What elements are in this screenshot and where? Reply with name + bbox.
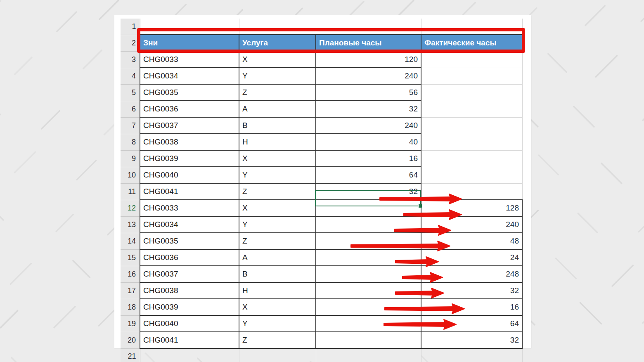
cell-zni-6[interactable]: CHG0036 bbox=[140, 101, 239, 117]
row-number-16[interactable]: 16 bbox=[121, 266, 140, 282]
cell-zni-18[interactable]: CHG0039 bbox=[140, 299, 239, 315]
row-number-19[interactable]: 19 bbox=[121, 315, 140, 332]
cell-usluga-12[interactable]: X bbox=[239, 200, 316, 216]
row-number-20[interactable]: 20 bbox=[121, 332, 140, 348]
cell-empty-row1[interactable] bbox=[140, 19, 239, 35]
cell-usluga-18[interactable]: X bbox=[239, 299, 316, 315]
cell-fact-17[interactable]: 32 bbox=[421, 282, 522, 299]
cell-plan-19[interactable] bbox=[316, 315, 421, 332]
row-number-13[interactable]: 13 bbox=[121, 216, 140, 233]
cell-usluga-10[interactable]: Y bbox=[239, 167, 316, 183]
cell-empty-row21[interactable] bbox=[239, 348, 316, 362]
cell-zni-16[interactable]: CHG0037 bbox=[140, 266, 239, 282]
cell-empty-row21[interactable] bbox=[316, 348, 421, 362]
cell-fact-5[interactable] bbox=[421, 84, 522, 101]
cell-fact-9[interactable] bbox=[421, 150, 522, 167]
row-number-14[interactable]: 14 bbox=[121, 233, 140, 249]
cell-plan-13[interactable] bbox=[316, 216, 421, 233]
cell-usluga-19[interactable]: Y bbox=[239, 315, 316, 332]
row-number-8[interactable]: 8 bbox=[121, 134, 140, 150]
cell-plan-15[interactable] bbox=[316, 249, 421, 266]
row-number-3[interactable]: 3 bbox=[121, 51, 140, 68]
row-number-6[interactable]: 6 bbox=[121, 101, 140, 117]
cell-fact-15[interactable]: 24 bbox=[421, 249, 522, 266]
cell-usluga-4[interactable]: Y bbox=[239, 68, 316, 84]
row-number-7[interactable]: 7 bbox=[121, 117, 140, 134]
cell-usluga-14[interactable]: Z bbox=[239, 233, 316, 249]
cell-usluga-3[interactable]: X bbox=[239, 51, 316, 68]
cell-zni-17[interactable]: CHG0038 bbox=[140, 282, 239, 299]
cell-zni-10[interactable]: CHG0040 bbox=[140, 167, 239, 183]
fill-handle[interactable] bbox=[418, 204, 422, 208]
cell-fact-3[interactable] bbox=[421, 51, 522, 68]
cell-usluga-17[interactable]: H bbox=[239, 282, 316, 299]
cell-plan-9[interactable]: 16 bbox=[316, 150, 421, 167]
cell-fact-4[interactable] bbox=[421, 68, 522, 84]
cell-zni-4[interactable]: CHG0034 bbox=[140, 68, 239, 84]
cell-fact-10[interactable] bbox=[421, 167, 522, 183]
row-number-11[interactable]: 11 bbox=[121, 183, 140, 200]
cell-zni-8[interactable]: CHG0038 bbox=[140, 134, 239, 150]
cell-empty-row1[interactable] bbox=[316, 19, 421, 35]
column-header-3[interactable]: Плановые часы bbox=[316, 35, 421, 51]
cell-plan-14[interactable] bbox=[316, 233, 421, 249]
cell-fact-7[interactable] bbox=[421, 117, 522, 134]
row-number-15[interactable]: 15 bbox=[121, 249, 140, 266]
cell-fact-19[interactable]: 64 bbox=[421, 315, 522, 332]
column-header-4[interactable]: Фактические часы bbox=[421, 35, 522, 51]
cell-plan-8[interactable]: 40 bbox=[316, 134, 421, 150]
cell-zni-5[interactable]: CHG0035 bbox=[140, 84, 239, 101]
row-number-18[interactable]: 18 bbox=[121, 299, 140, 315]
cell-plan-3[interactable]: 120 bbox=[316, 51, 421, 68]
cell-fact-6[interactable] bbox=[421, 101, 522, 117]
cell-plan-18[interactable] bbox=[316, 299, 421, 315]
row-number-17[interactable]: 17 bbox=[121, 282, 140, 299]
cell-plan-7[interactable]: 240 bbox=[316, 117, 421, 134]
cell-usluga-7[interactable]: B bbox=[239, 117, 316, 134]
cell-zni-3[interactable]: CHG0033 bbox=[140, 51, 239, 68]
row-number-21[interactable]: 21 bbox=[121, 348, 140, 362]
cell-usluga-13[interactable]: Y bbox=[239, 216, 316, 233]
cell-zni-7[interactable]: CHG0037 bbox=[140, 117, 239, 134]
row-number-9[interactable]: 9 bbox=[121, 150, 140, 167]
row-number-10[interactable]: 10 bbox=[121, 167, 140, 183]
cell-usluga-15[interactable]: A bbox=[239, 249, 316, 266]
cell-empty-row1[interactable] bbox=[239, 19, 316, 35]
cell-plan-4[interactable]: 240 bbox=[316, 68, 421, 84]
row-number-2[interactable]: 2 bbox=[121, 35, 140, 51]
row-number-5[interactable]: 5 bbox=[121, 84, 140, 101]
cell-usluga-9[interactable]: X bbox=[239, 150, 316, 167]
cell-usluga-20[interactable]: Z bbox=[239, 332, 316, 348]
cell-zni-14[interactable]: CHG0035 bbox=[140, 233, 239, 249]
column-header-1[interactable]: Зни bbox=[140, 35, 239, 51]
cell-empty-row21[interactable] bbox=[140, 348, 239, 362]
cell-zni-15[interactable]: CHG0036 bbox=[140, 249, 239, 266]
cell-plan-5[interactable]: 56 bbox=[316, 84, 421, 101]
cell-zni-12[interactable]: CHG0033 bbox=[140, 200, 239, 216]
cell-fact-8[interactable] bbox=[421, 134, 522, 150]
column-header-2[interactable]: Услуга bbox=[239, 35, 316, 51]
cell-usluga-16[interactable]: B bbox=[239, 266, 316, 282]
cell-fact-13[interactable]: 240 bbox=[421, 216, 522, 233]
cell-plan-16[interactable] bbox=[316, 266, 421, 282]
row-number-4[interactable]: 4 bbox=[121, 68, 140, 84]
cell-plan-6[interactable]: 32 bbox=[316, 101, 421, 117]
cell-fact-14[interactable]: 48 bbox=[421, 233, 522, 249]
cell-zni-13[interactable]: CHG0034 bbox=[140, 216, 239, 233]
cell-usluga-6[interactable]: A bbox=[239, 101, 316, 117]
cell-plan-17[interactable] bbox=[316, 282, 421, 299]
cell-fact-16[interactable]: 248 bbox=[421, 266, 522, 282]
cell-empty-row21[interactable] bbox=[421, 348, 522, 362]
cell-zni-9[interactable]: CHG0039 bbox=[140, 150, 239, 167]
cell-usluga-8[interactable]: H bbox=[239, 134, 316, 150]
cell-zni-19[interactable]: CHG0040 bbox=[140, 315, 239, 332]
cell-fact-18[interactable]: 16 bbox=[421, 299, 522, 315]
cell-empty-row1[interactable] bbox=[421, 19, 522, 35]
cell-plan-20[interactable] bbox=[316, 332, 421, 348]
cell-plan-10[interactable]: 64 bbox=[316, 167, 421, 183]
cell-fact-11[interactable] bbox=[421, 183, 522, 200]
cell-fact-12[interactable]: 128 bbox=[421, 200, 522, 216]
cell-zni-11[interactable]: CHG0041 bbox=[140, 183, 239, 200]
row-number-12[interactable]: 12 bbox=[121, 200, 140, 216]
cell-fact-20[interactable]: 32 bbox=[421, 332, 522, 348]
